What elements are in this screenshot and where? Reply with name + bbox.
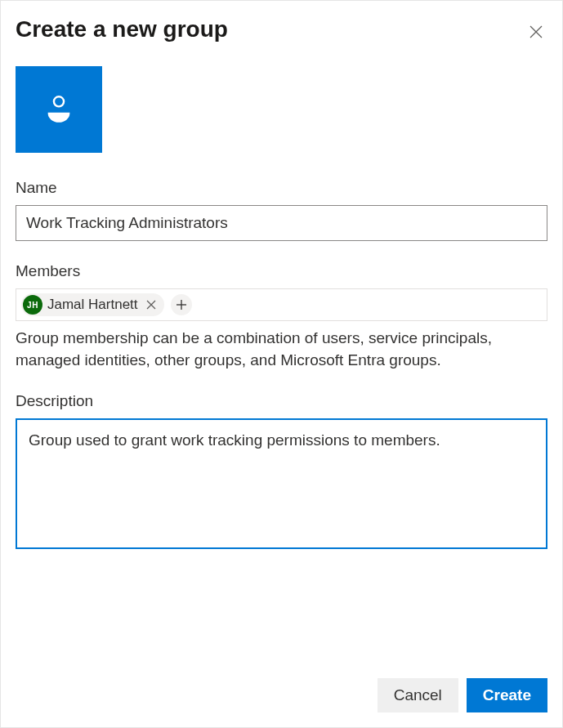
description-input[interactable] xyxy=(16,418,547,549)
dialog-footer: Cancel Create xyxy=(16,667,547,727)
members-input[interactable]: JH Jamal Hartnett xyxy=(16,288,547,321)
members-label: Members xyxy=(16,262,547,280)
create-group-dialog: Create a new group Name Members JH Jamal… xyxy=(1,1,562,727)
person-icon xyxy=(47,96,71,123)
member-avatar: JH xyxy=(23,295,42,315)
add-member-button[interactable] xyxy=(171,294,192,315)
close-icon xyxy=(146,300,156,310)
cancel-button[interactable]: Cancel xyxy=(378,678,458,712)
create-button[interactable]: Create xyxy=(467,678,547,712)
name-field-group: Name xyxy=(16,179,547,241)
member-name: Jamal Hartnett xyxy=(47,297,138,313)
close-button[interactable] xyxy=(525,20,547,43)
name-label: Name xyxy=(16,179,547,197)
close-icon xyxy=(529,25,543,38)
members-help-text: Group membership can be a combination of… xyxy=(16,328,547,371)
description-label: Description xyxy=(16,392,547,410)
member-chip: JH Jamal Hartnett xyxy=(21,293,164,316)
name-input[interactable] xyxy=(16,205,547,241)
members-field-group: Members JH Jamal Hartnett Group memb xyxy=(16,262,547,371)
description-field-group: Description xyxy=(16,392,547,552)
remove-member-button[interactable] xyxy=(143,300,159,310)
svg-point-2 xyxy=(54,96,64,106)
dialog-title: Create a new group xyxy=(16,16,228,43)
plus-icon xyxy=(176,299,187,310)
dialog-header: Create a new group xyxy=(16,16,547,43)
group-avatar-placeholder[interactable] xyxy=(16,66,102,153)
